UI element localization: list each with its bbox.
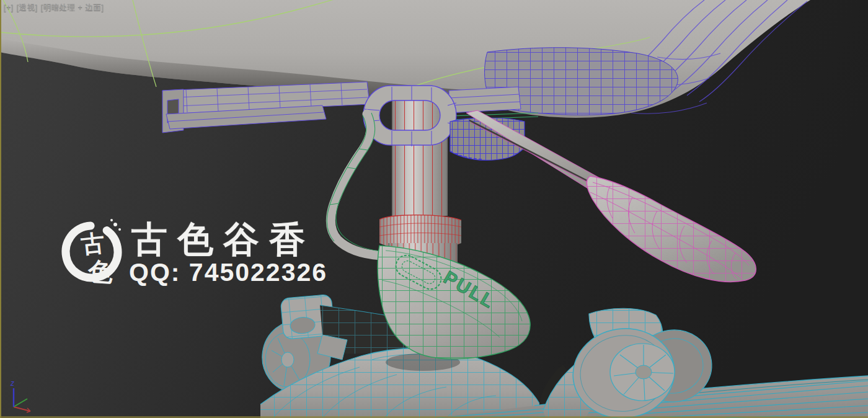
viewport-menu-shading[interactable]: [明暗处理 + 边面] xyxy=(41,3,104,12)
viewport-menu-view[interactable]: [透视] xyxy=(17,3,38,12)
axis-z-label: z xyxy=(10,379,14,388)
viewport-menu-general[interactable]: [+] xyxy=(4,3,14,12)
viewport-label: [+] [透视] [明暗处理 + 边面] xyxy=(4,2,104,13)
max-viewport[interactable]: PULL z [+] [透视] [明暗处理 + 边面] xyxy=(0,0,868,418)
